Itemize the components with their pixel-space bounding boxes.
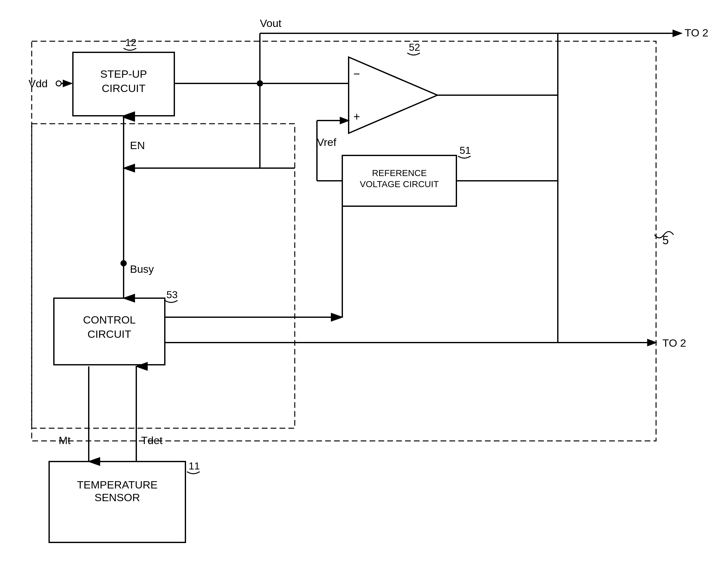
mt-label: Mt (59, 434, 71, 446)
label-51: 51 (460, 145, 471, 156)
ref-voltage-label-1: REFERENCE (372, 168, 427, 178)
vref-label: Vref (317, 136, 336, 148)
step-up-circuit-label-2: CIRCUIT (102, 82, 145, 94)
busy-label: Busy (130, 263, 154, 275)
to2-bottom-label: TO 2 (662, 337, 686, 349)
vout-label: Vout (260, 17, 282, 29)
inner-dashed-box (32, 124, 295, 428)
ref-voltage-label-2: VOLTAGE CIRCUIT (360, 179, 439, 189)
step-up-circuit-label-1: STEP-UP (100, 68, 147, 80)
comparator-symbol (348, 57, 438, 133)
comparator-plus: + (353, 110, 360, 123)
outer-dashed-box (32, 41, 656, 441)
en-label: EN (130, 139, 145, 151)
temp-sensor-label-1: TEMPERATURE (77, 479, 157, 491)
vdd-terminal (56, 81, 61, 86)
tdet-label: Tdet (141, 434, 163, 446)
control-circuit-label-1: CONTROL (83, 314, 136, 326)
diagram-container: STEP-UP CIRCUIT 12 Vdd 5 (0, 0, 728, 570)
comparator-minus: − (353, 67, 360, 80)
label-11: 11 (188, 460, 200, 472)
label-12: 12 (125, 37, 137, 48)
to2-top-label: TO 2 (685, 27, 708, 39)
label-52: 52 (409, 42, 420, 53)
label-53: 53 (166, 289, 178, 300)
control-circuit-label-2: CIRCUIT (87, 328, 131, 340)
temp-sensor-label-2: SENSOR (94, 491, 140, 503)
